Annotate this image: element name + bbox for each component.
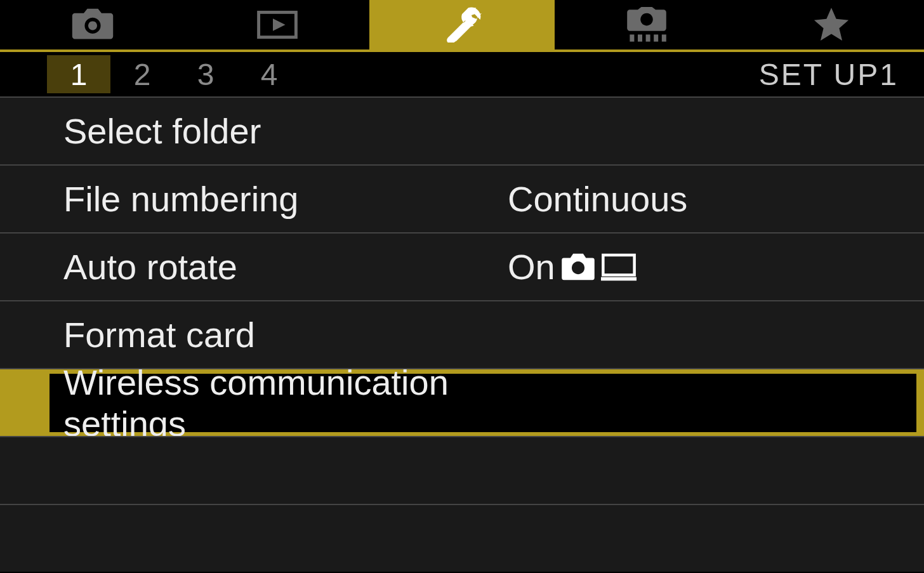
menu-item-value: On	[508, 246, 637, 287]
menu-item-select-folder[interactable]: Select folder	[0, 96, 924, 164]
svg-rect-2	[638, 34, 642, 41]
page-tab-1[interactable]: 1	[47, 55, 110, 93]
menu-item-file-numbering[interactable]: File numbering Continuous	[0, 164, 924, 232]
menu-item-value-text: On	[508, 246, 555, 287]
custom-functions-icon	[624, 7, 669, 43]
camera-icon	[560, 252, 596, 282]
page-sub-bar: 1 2 3 4 SET UP1	[0, 52, 924, 96]
wrench-icon	[440, 7, 484, 43]
tab-setup[interactable]	[369, 0, 554, 49]
menu-item-label: Wireless communication settings	[63, 362, 508, 444]
menu-item-label: Auto rotate	[63, 246, 508, 287]
playback-icon	[255, 7, 300, 43]
menu-item-auto-rotate[interactable]: Auto rotate On	[0, 232, 924, 300]
page-tabs: 1 2 3 4	[47, 55, 301, 93]
svg-rect-6	[603, 254, 634, 274]
menu-list: Select folder File numbering Continuous …	[0, 96, 924, 572]
menu-item-format-card[interactable]: Format card	[0, 300, 924, 368]
star-icon	[809, 7, 854, 43]
top-tab-bar	[0, 0, 924, 52]
menu-item-empty	[0, 436, 924, 504]
svg-rect-1	[630, 34, 635, 41]
svg-rect-5	[662, 34, 666, 41]
tab-camera[interactable]	[0, 0, 185, 49]
menu-item-label: File numbering	[63, 178, 508, 220]
computer-icon	[601, 252, 637, 282]
menu-item-empty	[0, 504, 924, 572]
page-tab-2[interactable]: 2	[110, 55, 174, 93]
svg-rect-4	[654, 34, 658, 41]
tab-custom[interactable]	[555, 0, 739, 49]
menu-item-label: Select folder	[63, 110, 508, 152]
svg-rect-7	[601, 277, 637, 280]
menu-item-wireless-settings[interactable]: Wireless communication settings	[0, 368, 924, 436]
page-tab-4[interactable]: 4	[237, 55, 301, 93]
tab-favorite[interactable]	[739, 0, 924, 49]
page-tab-3[interactable]: 3	[174, 55, 237, 93]
page-title: SET UP1	[759, 57, 899, 92]
tab-playback[interactable]	[185, 0, 369, 49]
menu-item-label: Format card	[63, 314, 508, 355]
camera-icon	[70, 7, 115, 43]
menu-item-value: Continuous	[508, 178, 687, 220]
svg-rect-3	[646, 34, 650, 41]
menu-item-selected-inner: Wireless communication settings	[50, 374, 916, 432]
